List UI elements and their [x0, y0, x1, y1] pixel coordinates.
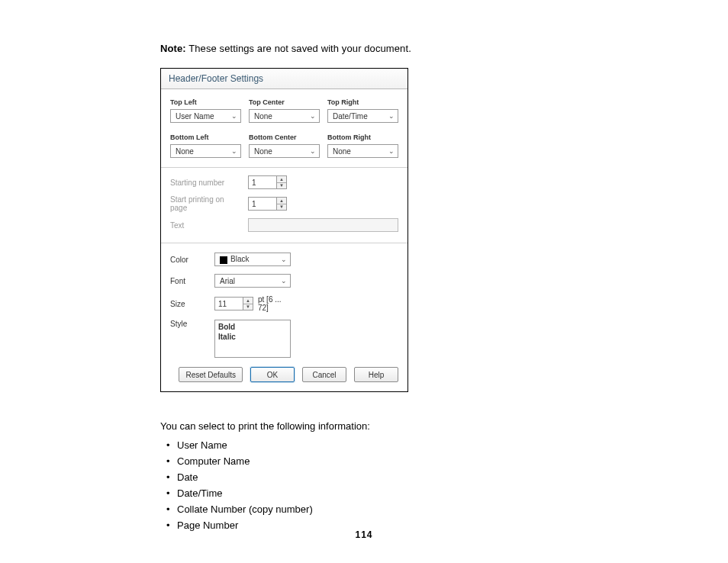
label-font: Font [170, 277, 207, 285]
prose-lead: You can select to print the following in… [160, 418, 568, 434]
combo-value: None [176, 147, 194, 156]
label-size: Size [170, 300, 207, 308]
list-item: User Name [166, 437, 568, 453]
size-spinner[interactable]: ▲ ▼ [214, 297, 253, 310]
combo-value: User Name [176, 112, 214, 121]
chevron-down-icon: ⌄ [388, 147, 395, 155]
list-item: Collate Number (copy number) [166, 501, 568, 517]
combo-value: None [254, 112, 272, 121]
combo-bottom-left[interactable]: None ⌄ [170, 144, 241, 158]
prose-block: You can select to print the following in… [160, 418, 568, 533]
chevron-down-icon: ⌄ [310, 147, 316, 155]
prose-list: User Name Computer Name Date Date/Time C… [166, 437, 568, 533]
combo-value: Arial [220, 277, 235, 285]
spin-up-icon[interactable]: ▲ [243, 298, 253, 304]
size-hint: pt [6 ... 72] [258, 295, 291, 312]
position-grid: Top Left Top Center Top Right User Name … [161, 89, 407, 167]
starting-number-field[interactable] [249, 176, 276, 188]
help-button[interactable]: Help [354, 367, 398, 382]
chevron-down-icon: ⌄ [281, 256, 287, 263]
note-text: These settings are not saved with your d… [186, 43, 411, 54]
style-panel: Color Black ⌄ Font Arial ⌄ Size ▲ ▼ [161, 243, 407, 367]
note-line: Note: These settings are not saved with … [160, 43, 568, 54]
chevron-down-icon: ⌄ [231, 112, 237, 120]
chevron-down-icon: ⌄ [310, 112, 316, 120]
label-bottom-left: Bottom Left [170, 130, 241, 141]
list-item[interactable]: Italic [218, 332, 287, 342]
spin-down-icon[interactable]: ▼ [277, 183, 286, 189]
label-top-center: Top Center [249, 95, 320, 106]
dialog-title: Header/Footer Settings [161, 69, 407, 89]
spin-up-icon[interactable]: ▲ [277, 176, 286, 183]
label-bottom-center: Bottom Center [249, 130, 320, 141]
combo-top-center[interactable]: None ⌄ [249, 109, 320, 123]
combo-value: None [333, 147, 351, 156]
chevron-down-icon: ⌄ [231, 147, 237, 155]
list-item: Computer Name [166, 453, 568, 469]
style-listbox[interactable]: Bold Italic [214, 320, 291, 358]
list-item: Date/Time [166, 485, 568, 501]
combo-top-left[interactable]: User Name ⌄ [170, 109, 241, 123]
combo-top-right[interactable]: Date/Time ⌄ [327, 109, 398, 123]
spin-up-icon[interactable]: ▲ [277, 198, 286, 204]
label-starting-number: Starting number [170, 179, 240, 187]
label-color: Color [170, 256, 207, 264]
label-bottom-right: Bottom Right [327, 130, 398, 141]
combo-value: Date/Time [333, 112, 368, 121]
combo-value: Black [230, 255, 249, 263]
start-page-spinner[interactable]: ▲ ▼ [248, 197, 287, 211]
size-field[interactable] [215, 298, 243, 310]
chevron-down-icon: ⌄ [388, 112, 395, 120]
label-style: Style [170, 320, 207, 328]
reset-defaults-button[interactable]: Reset Defaults [179, 367, 243, 382]
header-footer-dialog: Header/Footer Settings Top Left Top Cent… [160, 68, 408, 392]
ok-button[interactable]: OK [250, 367, 295, 382]
spin-down-icon[interactable]: ▼ [243, 304, 253, 310]
color-swatch-icon [220, 256, 227, 264]
label-top-left: Top Left [170, 95, 241, 106]
cancel-button[interactable]: Cancel [302, 367, 346, 382]
chevron-down-icon: ⌄ [281, 277, 287, 285]
label-top-right: Top Right [327, 95, 398, 106]
starting-number-spinner[interactable]: ▲ ▼ [248, 175, 287, 189]
spin-down-icon[interactable]: ▼ [277, 204, 286, 211]
combo-font[interactable]: Arial ⌄ [214, 274, 291, 288]
combo-bottom-right[interactable]: None ⌄ [327, 144, 398, 158]
page-number: 114 [0, 529, 728, 540]
label-start-printing-page: Start printing on page [170, 195, 240, 212]
button-bar: Reset Defaults OK Cancel Help [161, 367, 407, 391]
combo-value: None [254, 147, 272, 156]
start-page-field[interactable] [249, 198, 276, 210]
combo-color[interactable]: Black ⌄ [214, 253, 291, 266]
note-label: Note: [160, 43, 186, 54]
label-text: Text [170, 221, 240, 230]
list-item[interactable]: Bold [218, 322, 287, 332]
mid-panel: Starting number ▲ ▼ Start printing on pa… [161, 167, 407, 243]
list-item: Date [166, 469, 568, 485]
text-field[interactable] [248, 218, 398, 232]
combo-bottom-center[interactable]: None ⌄ [249, 144, 320, 158]
